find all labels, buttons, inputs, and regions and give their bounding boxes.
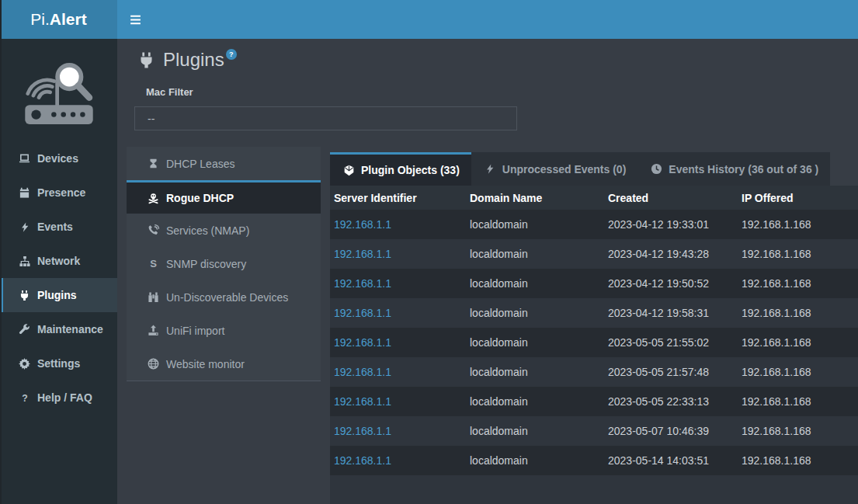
sidebar-item-presence[interactable]: Presence [0, 176, 117, 210]
plugin-item-dhcp-leases[interactable]: DHCP Leases [127, 147, 321, 180]
column-header: Created [604, 186, 738, 210]
column-header: IP Offered [738, 186, 858, 210]
sitemap-icon [17, 255, 32, 267]
table-row: 192.168.1.1 localdomain 2023-05-07 10:46… [330, 416, 858, 446]
domain-name-cell: localdomain [466, 416, 604, 446]
mac-filter-label: Mac Filter [146, 86, 858, 98]
top-navbar: Pi.Alert [0, 0, 858, 39]
plugin-item-services-nmap[interactable]: Services (NMAP) [127, 214, 321, 247]
plugin-item-label: SNMP discovery [166, 258, 246, 270]
domain-name-cell: localdomain [466, 239, 604, 269]
server-identifier-link[interactable]: 192.168.1.1 [334, 248, 391, 260]
created-cell: 2023-04-12 19:58:31 [604, 298, 738, 328]
sidebar-menu: Devices Presence Events Network Plugins [0, 141, 117, 415]
upload-icon [146, 325, 161, 337]
ip-offered-cell: 192.168.1.168 [738, 387, 858, 416]
sidebar-item-settings[interactable]: Settings [0, 346, 117, 381]
tab-unprocessed-events[interactable]: Unprocessed Events (0) [471, 152, 638, 186]
sidebar-item-label: Plugins [37, 289, 77, 301]
plugin-item-website-monitor[interactable]: Website monitor [127, 347, 321, 381]
sidebar-item-devices[interactable]: Devices [0, 141, 117, 176]
binoculars-icon [146, 291, 161, 304]
mac-filter-input[interactable] [134, 106, 517, 130]
table-row: 192.168.1.1 localdomain 2023-04-12 19:33… [330, 210, 858, 239]
table-header-row: Server Identifier Domain Name Created IP… [330, 186, 858, 210]
domain-name-cell: localdomain [466, 446, 604, 475]
server-identifier-link[interactable]: 192.168.1.1 [334, 395, 391, 408]
plug-icon [134, 49, 158, 71]
help-badge[interactable]: ? [226, 49, 237, 60]
sidebar-item-maintenance[interactable]: Maintenance [0, 312, 117, 346]
clock-icon [649, 163, 664, 176]
plugin-item-undiscoverable-devices[interactable]: Un-Discoverable Devices [127, 280, 321, 314]
ip-offered-cell: 192.168.1.168 [738, 357, 858, 387]
tab-plugin-objects[interactable]: Plugin Objects (33) [330, 152, 471, 186]
svg-text:S: S [150, 258, 157, 269]
tab-events-history[interactable]: Events History (36 out of 36 ) [637, 152, 830, 186]
ip-offered-cell: 192.168.1.168 [738, 416, 858, 446]
server-identifier-link[interactable]: 192.168.1.1 [334, 336, 391, 349]
bolt-icon [483, 163, 498, 176]
globe-icon [146, 358, 161, 370]
sidebar-toggle-button[interactable] [117, 0, 153, 39]
server-identifier-link[interactable]: 192.168.1.1 [334, 425, 391, 437]
phone-signal-icon [146, 224, 161, 237]
plugin-item-unifi-import[interactable]: UniFi import [127, 314, 321, 347]
brand-prefix: Pi. [30, 10, 50, 29]
plugin-item-label: UniFi import [166, 325, 224, 337]
plugin-item-rogue-dhcp[interactable]: Rogue DHCP [127, 180, 321, 214]
cube-icon [342, 164, 356, 176]
plug-icon [17, 289, 32, 301]
plugin-item-label: Rogue DHCP [166, 192, 234, 204]
created-cell: 2023-04-12 19:50:52 [604, 269, 738, 298]
router-magnifier-icon [15, 54, 103, 132]
plugin-item-label: Un-Discoverable Devices [166, 291, 288, 304]
ip-offered-cell: 192.168.1.168 [738, 210, 858, 239]
sidebar-item-plugins[interactable]: Plugins [0, 278, 117, 312]
brand[interactable]: Pi.Alert [0, 0, 117, 39]
gear-icon [17, 357, 32, 370]
server-identifier-link[interactable]: 192.168.1.1 [334, 218, 391, 231]
hourglass-icon [146, 158, 161, 170]
table-row: 192.168.1.1 localdomain 2023-05-05 21:55… [330, 328, 858, 357]
mac-filter-group: Mac Filter [134, 86, 858, 130]
created-cell: 2023-05-05 22:33:13 [604, 387, 738, 416]
sidebar-item-label: Presence [37, 186, 85, 199]
sidebar: Devices Presence Events Network Plugins [0, 39, 117, 504]
sidebar-item-help[interactable]: ? Help / FAQ [0, 381, 117, 415]
main-content: Plugins ? Mac Filter DHCP Leases Rogue D… [117, 39, 858, 504]
server-identifier-link[interactable]: 192.168.1.1 [334, 454, 391, 467]
created-cell: 2023-05-05 21:57:48 [604, 357, 738, 387]
ip-offered-cell: 192.168.1.168 [738, 446, 858, 475]
plugin-list: DHCP Leases Rogue DHCP Services (NMAP) S… [127, 147, 321, 381]
server-identifier-link[interactable]: 192.168.1.1 [334, 277, 391, 290]
server-identifier-link[interactable]: 192.168.1.1 [334, 366, 391, 378]
server-identifier-link[interactable]: 192.168.1.1 [334, 307, 391, 319]
plugin-objects-table: Server Identifier Domain Name Created IP… [330, 186, 858, 475]
letter-s-icon: S [146, 258, 161, 270]
sidebar-item-events[interactable]: Events [0, 210, 117, 244]
plugin-item-snmp-discovery[interactable]: S SNMP discovery [127, 247, 321, 280]
table-row: 192.168.1.1 localdomain 2023-05-05 21:57… [330, 357, 858, 387]
laptop-icon [17, 152, 32, 165]
pialert-logo [0, 39, 117, 141]
tab-bar: Plugin Objects (33) Unprocessed Events (… [330, 152, 858, 186]
domain-name-cell: localdomain [466, 210, 604, 239]
sidebar-item-network[interactable]: Network [0, 244, 117, 278]
created-cell: 2023-04-12 19:43:28 [604, 239, 738, 269]
calendar-icon [17, 186, 32, 199]
table-row: 192.168.1.1 localdomain 2023-05-05 22:33… [330, 387, 858, 416]
sidebar-item-label: Maintenance [37, 323, 103, 335]
table-row: 192.168.1.1 localdomain 2023-04-12 19:43… [330, 239, 858, 269]
ip-offered-cell: 192.168.1.168 [738, 328, 858, 357]
tab-label: Plugin Objects (33) [361, 164, 460, 176]
ip-offered-cell: 192.168.1.168 [738, 239, 858, 269]
sidebar-item-label: Settings [37, 357, 80, 370]
column-header: Domain Name [466, 186, 604, 210]
tab-label: Events History (36 out of 36 ) [669, 163, 818, 176]
sidebar-item-label: Help / FAQ [37, 391, 92, 404]
created-cell: 2023-04-12 19:33:01 [604, 210, 738, 239]
domain-name-cell: localdomain [466, 387, 604, 416]
question-icon: ? [17, 391, 32, 404]
page-header: Plugins ? [134, 49, 858, 71]
